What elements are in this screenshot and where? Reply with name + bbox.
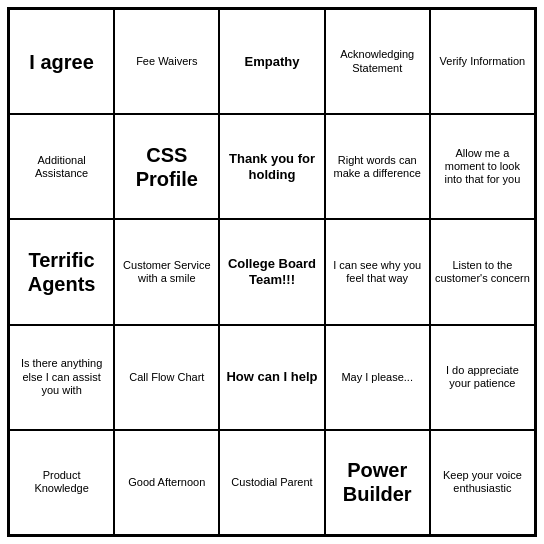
cell-text-r4c4: Keep your voice enthusiastic	[435, 469, 530, 495]
cell-text-r3c2: How can I help	[226, 369, 317, 385]
bingo-cell-r0c3: Acknowledging Statement	[325, 9, 430, 114]
bingo-cell-r4c0: Product Knowledge	[9, 430, 114, 535]
bingo-cell-r1c0: Additional Assistance	[9, 114, 114, 219]
bingo-cell-r4c1: Good Afternoon	[114, 430, 219, 535]
bingo-cell-r3c2: How can I help	[219, 325, 324, 430]
cell-text-r0c3: Acknowledging Statement	[330, 48, 425, 74]
bingo-cell-r4c4: Keep your voice enthusiastic	[430, 430, 535, 535]
bingo-cell-r0c2: Empathy	[219, 9, 324, 114]
bingo-cell-r3c0: Is there anything else I can assist you …	[9, 325, 114, 430]
cell-text-r1c2: Thank you for holding	[224, 151, 319, 182]
cell-text-r3c0: Is there anything else I can assist you …	[14, 357, 109, 397]
bingo-cell-r2c4: Listen to the customer's concern	[430, 219, 535, 324]
cell-text-r1c0: Additional Assistance	[14, 154, 109, 180]
bingo-cell-r1c1: CSS Profile	[114, 114, 219, 219]
cell-text-r1c1: CSS Profile	[119, 143, 214, 191]
bingo-grid: I agreeFee WaiversEmpathyAcknowledging S…	[9, 9, 535, 535]
cell-text-r0c1: Fee Waivers	[136, 55, 197, 68]
cell-text-r0c0: I agree	[29, 50, 93, 74]
cell-text-r0c4: Verify Information	[440, 55, 526, 68]
bingo-cell-r0c0: I agree	[9, 9, 114, 114]
bingo-cell-r2c0: Terrific Agents	[9, 219, 114, 324]
bingo-cell-r3c3: May I please...	[325, 325, 430, 430]
bingo-cell-r1c3: Right words can make a difference	[325, 114, 430, 219]
bingo-cell-r2c3: I can see why you feel that way	[325, 219, 430, 324]
cell-text-r4c0: Product Knowledge	[14, 469, 109, 495]
cell-text-r3c3: May I please...	[341, 371, 413, 384]
cell-text-r4c1: Good Afternoon	[128, 476, 205, 489]
cell-text-r2c4: Listen to the customer's concern	[435, 259, 530, 285]
bingo-cell-r1c2: Thank you for holding	[219, 114, 324, 219]
cell-text-r3c1: Call Flow Chart	[129, 371, 204, 384]
cell-text-r0c2: Empathy	[245, 54, 300, 70]
cell-text-r1c4: Allow me a moment to look into that for …	[435, 147, 530, 187]
cell-text-r2c2: College Board Team!!!	[224, 256, 319, 287]
cell-text-r1c3: Right words can make a difference	[330, 154, 425, 180]
bingo-cell-r3c4: I do appreciate your patience	[430, 325, 535, 430]
cell-text-r3c4: I do appreciate your patience	[435, 364, 530, 390]
cell-text-r4c3: Power Builder	[330, 458, 425, 506]
bingo-cell-r4c3: Power Builder	[325, 430, 430, 535]
bingo-cell-r0c1: Fee Waivers	[114, 9, 219, 114]
bingo-cell-r1c4: Allow me a moment to look into that for …	[430, 114, 535, 219]
cell-text-r2c3: I can see why you feel that way	[330, 259, 425, 285]
cell-text-r4c2: Custodial Parent	[231, 476, 312, 489]
bingo-cell-r0c4: Verify Information	[430, 9, 535, 114]
bingo-cell-r4c2: Custodial Parent	[219, 430, 324, 535]
bingo-cell-r2c2: College Board Team!!!	[219, 219, 324, 324]
bingo-cell-r2c1: Customer Service with a smile	[114, 219, 219, 324]
cell-text-r2c1: Customer Service with a smile	[119, 259, 214, 285]
cell-text-r2c0: Terrific Agents	[14, 248, 109, 296]
bingo-cell-r3c1: Call Flow Chart	[114, 325, 219, 430]
bingo-board: I agreeFee WaiversEmpathyAcknowledging S…	[7, 7, 537, 537]
